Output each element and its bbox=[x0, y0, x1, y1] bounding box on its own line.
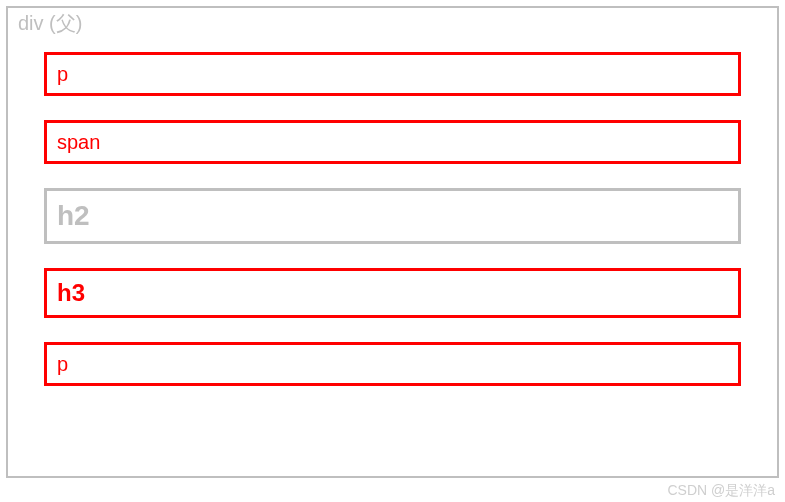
child-label: h3 bbox=[57, 279, 85, 307]
watermark: CSDN @是洋洋a bbox=[667, 482, 775, 500]
child-label: span bbox=[57, 131, 100, 154]
child-box-p-2: p bbox=[44, 342, 741, 386]
children-wrapper: p span h2 h3 p bbox=[44, 52, 741, 386]
child-box-p-1: p bbox=[44, 52, 741, 96]
child-box-h3: h3 bbox=[44, 268, 741, 318]
child-box-h2: h2 bbox=[44, 188, 741, 244]
child-label: p bbox=[57, 353, 68, 376]
child-box-span: span bbox=[44, 120, 741, 164]
child-label: h2 bbox=[57, 200, 90, 232]
parent-label: div (父) bbox=[18, 10, 82, 37]
child-label: p bbox=[57, 63, 68, 86]
parent-div-box: div (父) p span h2 h3 p bbox=[6, 6, 779, 478]
